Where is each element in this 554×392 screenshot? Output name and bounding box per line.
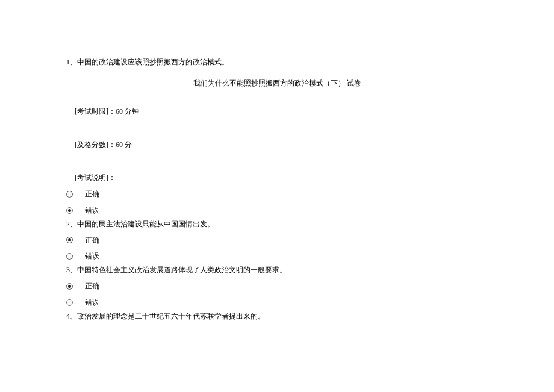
option-label-wrong: 错误 — [85, 205, 99, 216]
exam-title: 我们为什么不能照抄照搬西方的政治模式（下） 试卷 — [66, 78, 488, 89]
q4-text: 政治发展的理念是二十世纪五六十年代苏联学者提出来的。 — [77, 312, 265, 320]
q1-text: 中国的政治建设应该照抄照搬西方的政治模式。 — [77, 58, 229, 66]
radio-icon[interactable] — [66, 283, 73, 290]
question-3-text: 3、中国特色社会主义政治发展道路体现了人类政治文明的一般要求。 — [66, 265, 488, 275]
q2-text: 中国的民主法治建设只能从中国国情出发。 — [77, 220, 214, 228]
time-limit: [考试时限]：60 分钟 — [75, 107, 488, 117]
q2-option-wrong[interactable]: 错误 — [66, 251, 488, 261]
q3-option-wrong[interactable]: 错误 — [66, 297, 488, 308]
radio-icon[interactable] — [66, 191, 73, 198]
q1-option-wrong[interactable]: 错误 — [66, 205, 488, 216]
instructions-label: [考试说明]： — [75, 173, 488, 183]
radio-icon[interactable] — [66, 299, 73, 306]
option-label-wrong: 错误 — [85, 251, 99, 261]
q2-option-correct[interactable]: 正确 — [66, 235, 488, 246]
q3-number: 3、 — [66, 266, 77, 274]
q1-option-correct[interactable]: 正确 — [66, 189, 488, 199]
exam-document: 1、中国的政治建设应该照抄照搬西方的政治模式。 我们为什么不能照抄照搬西方的政治… — [0, 0, 554, 322]
option-label-correct: 正确 — [85, 235, 99, 246]
q1-number: 1、 — [66, 58, 77, 66]
option-label-correct: 正确 — [85, 189, 99, 199]
option-label-wrong: 错误 — [85, 297, 99, 308]
radio-icon[interactable] — [66, 207, 73, 214]
radio-icon[interactable] — [66, 237, 73, 243]
question-1-text: 1、中国的政治建设应该照抄照搬西方的政治模式。 — [66, 57, 488, 67]
radio-icon[interactable] — [66, 253, 73, 260]
option-label-correct: 正确 — [85, 281, 99, 291]
q4-number: 4、 — [66, 312, 77, 320]
q3-text: 中国特色社会主义政治发展道路体现了人类政治文明的一般要求。 — [77, 266, 287, 274]
q2-number: 2、 — [66, 220, 77, 228]
question-4-text: 4、政治发展的理念是二十世纪五六十年代苏联学者提出来的。 — [66, 311, 488, 322]
pass-score: [及格分数]：60 分 — [75, 140, 488, 150]
question-2-text: 2、中国的民主法治建设只能从中国国情出发。 — [66, 219, 488, 229]
q3-option-correct[interactable]: 正确 — [66, 281, 488, 291]
